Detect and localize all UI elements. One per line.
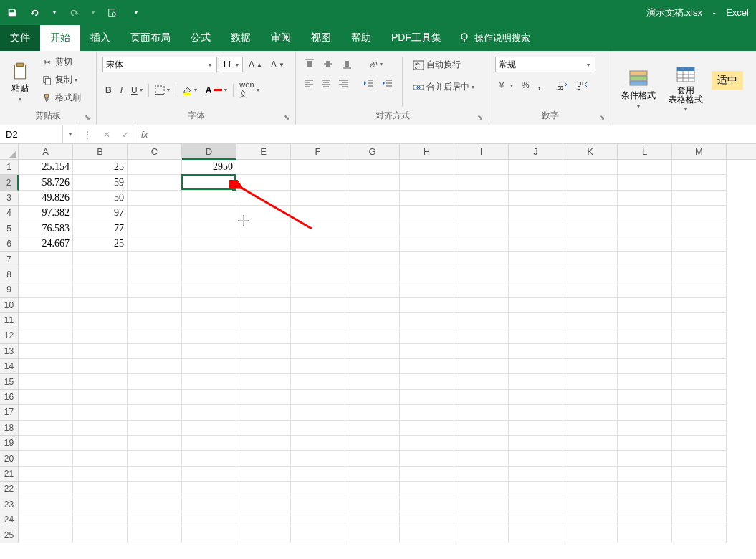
cell-L6[interactable]	[618, 236, 672, 252]
name-box-dropdown[interactable]: ▾	[63, 125, 77, 143]
cell-K3[interactable]	[563, 191, 618, 206]
cell-A18[interactable]	[19, 421, 73, 436]
border-button[interactable]: ▾	[152, 83, 173, 97]
col-header-L[interactable]: L	[618, 144, 672, 160]
cell-F9[interactable]	[291, 282, 345, 297]
cell-D2[interactable]	[182, 175, 236, 190]
cell-E16[interactable]	[236, 390, 291, 405]
cell-M23[interactable]	[672, 497, 727, 512]
cell-M1[interactable]	[672, 160, 727, 175]
cell-J17[interactable]	[509, 405, 563, 420]
cell-A20[interactable]	[19, 451, 73, 466]
cell-F1[interactable]	[291, 160, 345, 175]
cell-G15[interactable]	[345, 374, 400, 389]
cell-I18[interactable]	[454, 421, 509, 436]
cell-H25[interactable]	[400, 527, 454, 543]
cell-F20[interactable]	[291, 451, 345, 466]
cell-L22[interactable]	[618, 482, 672, 497]
cell-I8[interactable]	[454, 267, 509, 282]
cell-C3[interactable]	[128, 191, 182, 206]
qat-customize[interactable]: ▾	[135, 9, 138, 16]
cell-F12[interactable]	[291, 328, 345, 343]
cell-M15[interactable]	[672, 374, 727, 389]
cell-J1[interactable]	[509, 160, 563, 175]
cell-B2[interactable]: 59	[73, 175, 128, 190]
copy-button[interactable]: 复制▾	[39, 72, 84, 88]
cell-E6[interactable]	[236, 236, 291, 252]
paste-button[interactable]: 粘贴 ▾	[6, 54, 34, 110]
cell-J14[interactable]	[509, 359, 563, 374]
cell-B23[interactable]	[73, 497, 128, 512]
cell-D5[interactable]	[182, 221, 236, 236]
cell-G24[interactable]	[345, 512, 400, 527]
accounting-format-button[interactable]: ¥▾	[495, 78, 516, 92]
cell-J21[interactable]	[509, 467, 563, 482]
cell-A22[interactable]	[19, 482, 73, 497]
redo-icon[interactable]	[69, 8, 79, 18]
cell-M22[interactable]	[672, 482, 727, 497]
cell-B18[interactable]	[73, 421, 128, 436]
cell-E11[interactable]	[236, 313, 291, 328]
cell-J23[interactable]	[509, 497, 563, 512]
cell-J2[interactable]	[509, 175, 563, 190]
cell-H19[interactable]	[400, 436, 454, 451]
cell-K12[interactable]	[563, 328, 618, 343]
col-header-M[interactable]: M	[672, 144, 727, 160]
cell-C24[interactable]	[128, 512, 182, 527]
cell-L11[interactable]	[618, 313, 672, 328]
cell-E7[interactable]	[236, 252, 291, 267]
name-box[interactable]: D2	[0, 125, 63, 143]
cell-E8[interactable]	[236, 267, 291, 282]
cell-B16[interactable]	[73, 390, 128, 405]
cell-L8[interactable]	[618, 267, 672, 282]
cell-I4[interactable]	[454, 206, 509, 221]
cell-C1[interactable]	[128, 160, 182, 175]
cell-E21[interactable]	[236, 467, 291, 482]
cell-F23[interactable]	[291, 497, 345, 512]
cell-K10[interactable]	[563, 298, 618, 313]
cell-K24[interactable]	[563, 512, 618, 527]
cell-H22[interactable]	[400, 482, 454, 497]
cell-G11[interactable]	[345, 313, 400, 328]
cell-B15[interactable]	[73, 374, 128, 389]
col-header-F[interactable]: F	[291, 144, 345, 160]
cell-K16[interactable]	[563, 390, 618, 405]
align-middle-button[interactable]	[320, 57, 336, 71]
cell-F2[interactable]	[291, 175, 345, 190]
font-name-select[interactable]	[102, 57, 217, 72]
tab-pdf[interactable]: PDF工具集	[381, 25, 451, 51]
row-header-19[interactable]: 19	[0, 436, 19, 451]
cell-A17[interactable]	[19, 405, 73, 420]
cell-H5[interactable]	[400, 221, 454, 236]
cell-I15[interactable]	[454, 374, 509, 389]
save-icon[interactable]	[7, 8, 17, 18]
cell-K19[interactable]	[563, 436, 618, 451]
tab-insert[interactable]: 插入	[80, 25, 120, 51]
col-header-A[interactable]: A	[19, 144, 73, 160]
cell-K23[interactable]	[563, 497, 618, 512]
cell-C6[interactable]	[128, 236, 182, 252]
cell-G17[interactable]	[345, 405, 400, 420]
cell-J11[interactable]	[509, 313, 563, 328]
cell-C20[interactable]	[128, 451, 182, 466]
tab-review[interactable]: 审阅	[261, 25, 301, 51]
formula-bar[interactable]	[153, 125, 756, 143]
cell-E20[interactable]	[236, 451, 291, 466]
cell-D23[interactable]	[182, 497, 236, 512]
cell-I25[interactable]	[454, 527, 509, 543]
align-bottom-button[interactable]	[339, 57, 355, 71]
cell-C21[interactable]	[128, 467, 182, 482]
cell-M7[interactable]	[672, 252, 727, 267]
cell-C17[interactable]	[128, 405, 182, 420]
cell-C11[interactable]	[128, 313, 182, 328]
cell-B10[interactable]	[73, 298, 128, 313]
row-header-22[interactable]: 22	[0, 482, 19, 497]
cell-L16[interactable]	[618, 390, 672, 405]
cell-H24[interactable]	[400, 512, 454, 527]
cell-I1[interactable]	[454, 160, 509, 175]
cell-K25[interactable]	[563, 527, 618, 543]
increase-indent-button[interactable]	[379, 77, 395, 90]
tab-file[interactable]: 文件	[0, 25, 40, 51]
col-header-J[interactable]: J	[509, 144, 563, 160]
cell-J25[interactable]	[509, 527, 563, 543]
